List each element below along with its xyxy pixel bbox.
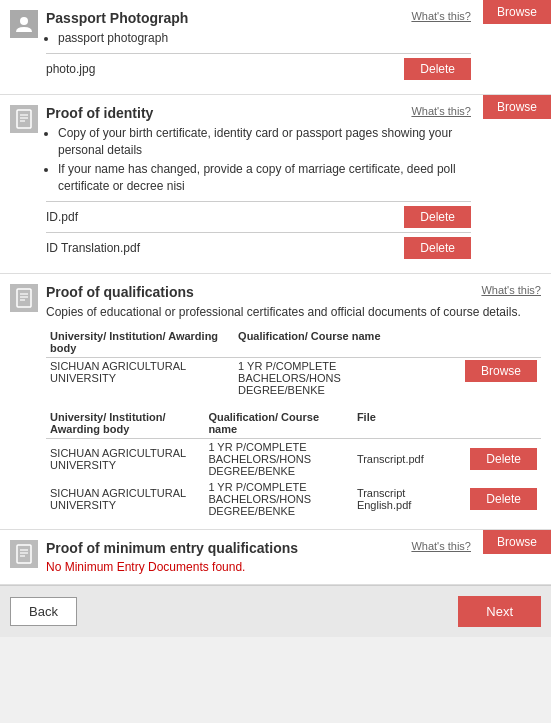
- identity-file-row-0: ID.pdf Delete: [46, 201, 471, 232]
- qual-table2-row-1: SICHUAN AGRICULTURAL UNIVERSITY 1 YR P/C…: [46, 479, 541, 519]
- min-entry-section: Browse Proof of minimum entry qualificat…: [0, 530, 551, 585]
- passport-file-row: photo.jpg Delete: [46, 53, 471, 84]
- identity-delete-button-1[interactable]: Delete: [404, 237, 471, 259]
- next-button[interactable]: Next: [458, 596, 541, 627]
- passport-whats-this[interactable]: What's this?: [411, 10, 471, 22]
- qualifications-table2: University/ Institution/ Awarding body Q…: [46, 408, 541, 519]
- qual-table2-header-3: [442, 408, 541, 439]
- identity-whats-this[interactable]: What's this?: [411, 105, 471, 117]
- qual-table2-header-1: Qualification/ Course name: [204, 408, 353, 439]
- svg-point-0: [20, 17, 28, 25]
- qual-table2-header-0: University/ Institution/ Awarding body: [46, 408, 204, 439]
- qual-table2-university-1: SICHUAN AGRICULTURAL UNIVERSITY: [46, 479, 204, 519]
- identity-section: Browse Proof of identity What's this? Co…: [0, 95, 551, 274]
- qual-table2-action-cell-1: Delete: [442, 479, 541, 519]
- identity-file-row-1: ID Translation.pdf Delete: [46, 232, 471, 263]
- qual-table1-qualification-0: 1 YR P/COMPLETE BACHELORS/HONS DEGREE/BE…: [234, 357, 422, 398]
- svg-rect-5: [17, 289, 31, 307]
- passport-icon: [10, 10, 38, 38]
- min-entry-no-docs: No Minimum Entry Documents found.: [46, 560, 471, 574]
- passport-bullet-list: passport photograph: [58, 30, 471, 47]
- qual-table2-university-0: SICHUAN AGRICULTURAL UNIVERSITY: [46, 438, 204, 479]
- qual-table2-row-0: SICHUAN AGRICULTURAL UNIVERSITY 1 YR P/C…: [46, 438, 541, 479]
- qual-table1-university-0: SICHUAN AGRICULTURAL UNIVERSITY: [46, 357, 234, 398]
- qualifications-icon: [10, 284, 38, 312]
- identity-files: ID.pdf Delete ID Translation.pdf Delete: [46, 201, 471, 263]
- svg-rect-9: [17, 545, 31, 563]
- identity-title: Proof of identity: [46, 105, 153, 121]
- qual-table2-delete-button-1[interactable]: Delete: [470, 488, 537, 510]
- identity-bullet-item-1: If your name has changed, provide a copy…: [58, 161, 471, 195]
- passport-file-name: photo.jpg: [46, 62, 404, 76]
- qualifications-description: Copies of educational or professional ce…: [46, 304, 541, 321]
- passport-title: Passport Photograph: [46, 10, 188, 26]
- qualifications-table1: University/ Institution/ Awarding body Q…: [46, 327, 541, 398]
- passport-browse-button[interactable]: Browse: [483, 0, 551, 24]
- qual-table1-browse-button-0[interactable]: Browse: [465, 360, 537, 382]
- qual-table1-action-cell-0: Browse: [422, 357, 541, 398]
- min-entry-whats-this[interactable]: What's this?: [411, 540, 471, 552]
- qual-table2-delete-button-0[interactable]: Delete: [470, 448, 537, 470]
- footer-bar: Back Next: [0, 585, 551, 637]
- qual-table2-header-2: File: [353, 408, 442, 439]
- passport-files: photo.jpg Delete: [46, 53, 471, 84]
- identity-bullet-list: Copy of your birth certificate, identity…: [58, 125, 471, 195]
- identity-icon: [10, 105, 38, 133]
- qual-table2-file-0: Transcript.pdf: [353, 438, 442, 479]
- qual-table2-qualification-1: 1 YR P/COMPLETE BACHELORS/HONS DEGREE/BE…: [204, 479, 353, 519]
- passport-bullet-item: passport photograph: [58, 30, 471, 47]
- qual-table1-header-0: University/ Institution/ Awarding body: [46, 327, 234, 358]
- qual-table2-action-cell-0: Delete: [442, 438, 541, 479]
- identity-browse-button[interactable]: Browse: [483, 95, 551, 119]
- identity-bullet-item-0: Copy of your birth certificate, identity…: [58, 125, 471, 159]
- identity-file-name-0: ID.pdf: [46, 210, 404, 224]
- min-entry-browse-button[interactable]: Browse: [483, 530, 551, 554]
- qual-table1-header-2: [422, 327, 541, 358]
- identity-delete-button-0[interactable]: Delete: [404, 206, 471, 228]
- qual-table1-row-0: SICHUAN AGRICULTURAL UNIVERSITY 1 YR P/C…: [46, 357, 541, 398]
- passport-section: Browse Passport Photograph What's this? …: [0, 0, 551, 95]
- min-entry-icon: [10, 540, 38, 568]
- qual-table2-file-1: Transcript English.pdf: [353, 479, 442, 519]
- identity-file-name-1: ID Translation.pdf: [46, 241, 404, 255]
- passport-delete-button[interactable]: Delete: [404, 58, 471, 80]
- min-entry-title: Proof of minimum entry qualifications: [46, 540, 298, 556]
- qualifications-whats-this[interactable]: What's this?: [481, 284, 541, 296]
- qualifications-section: Proof of qualifications What's this? Cop…: [0, 274, 551, 530]
- qual-table1-header-1: Qualification/ Course name: [234, 327, 422, 358]
- qual-table2-qualification-0: 1 YR P/COMPLETE BACHELORS/HONS DEGREE/BE…: [204, 438, 353, 479]
- svg-rect-1: [17, 110, 31, 128]
- qualifications-title: Proof of qualifications: [46, 284, 194, 300]
- back-button[interactable]: Back: [10, 597, 77, 626]
